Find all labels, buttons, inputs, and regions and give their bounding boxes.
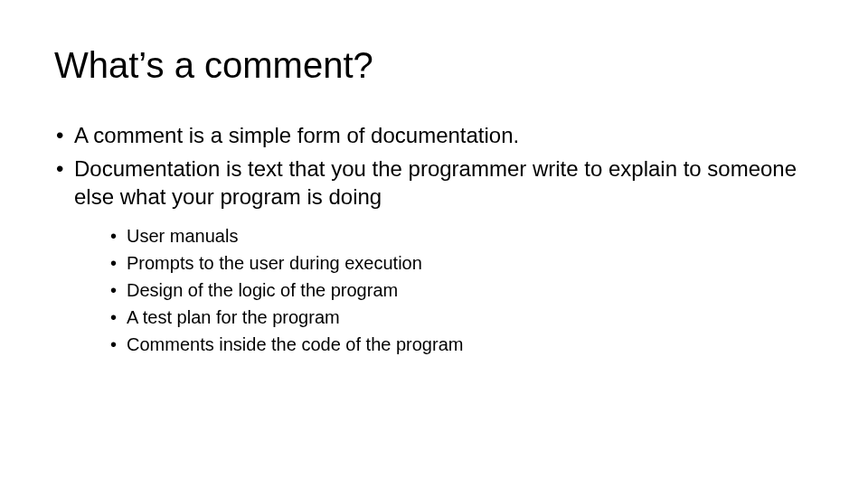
sub-bullet-item: A test plan for the program [108,305,814,329]
bullet-list: A comment is a simple form of documentat… [54,121,814,356]
slide-title: What’s a comment? [54,45,814,85]
sub-bullet-text: User manuals [127,226,238,246]
sub-bullet-text: Prompts to the user during execution [127,253,422,273]
sub-bullet-item: Design of the logic of the program [108,278,814,302]
sub-bullet-text: Design of the logic of the program [127,280,398,300]
sub-bullet-list: User manuals Prompts to the user during … [108,224,814,356]
sub-bullet-text: Comments inside the code of the program [127,334,463,354]
sub-bullet-item: User manuals [108,224,814,248]
sub-bullet-text: A test plan for the program [127,307,340,327]
bullet-item: Documentation is text that you the progr… [54,155,814,355]
sub-bullet-item: Comments inside the code of the program [108,333,814,356]
slide: What’s a comment? A comment is a simple … [0,0,868,488]
bullet-item: A comment is a simple form of documentat… [54,121,814,149]
bullet-text: A comment is a simple form of documentat… [74,123,519,147]
bullet-text: Documentation is text that you the progr… [74,156,797,209]
sub-bullet-item: Prompts to the user during execution [108,251,814,275]
